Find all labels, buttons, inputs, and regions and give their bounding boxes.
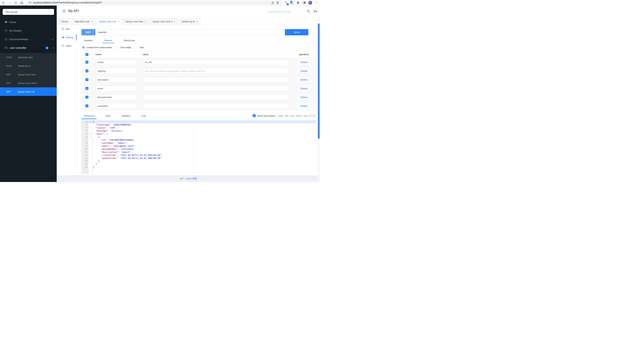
radio-icon[interactable] [136, 46, 138, 49]
param-value-input[interactable] [143, 68, 289, 74]
param-name-input[interactable] [95, 86, 137, 91]
profile-avatar[interactable]: P [308, 1, 312, 5]
row-checkbox[interactable] [86, 61, 88, 64]
response-tab-response[interactable]: Response [84, 112, 95, 119]
browser-menu-icon[interactable] [315, 1, 318, 4]
body-type-x-www-form-urlencoded[interactable]: x-www-form-urlencoded [82, 46, 112, 49]
group-select[interactable]: Test Group [3, 9, 54, 15]
select-all-checkbox[interactable] [86, 53, 88, 56]
tab-query-user-list[interactable]: Query User List× [96, 18, 122, 25]
token-p [93, 157, 101, 160]
param-name-input[interactable] [95, 68, 137, 74]
tool-open[interactable]: Open [57, 42, 76, 50]
endpoint-query-user-one-2[interactable]: GETQuery User One 2 [0, 79, 57, 87]
sidebar-item-documenthelper[interactable]: DocumentHelper [0, 35, 57, 44]
scrollbar-thumb[interactable] [318, 24, 320, 139]
address-bar[interactable]: localhost:8080/doc.html#/Test%20Group/us… [26, 0, 282, 5]
menu-fold-icon[interactable] [62, 10, 66, 13]
fold-toggle-icon[interactable]: ▾ [89, 136, 92, 138]
param-value-input[interactable] [143, 103, 289, 109]
endpoint-query-user-list[interactable]: GETQuery User List [0, 87, 57, 96]
tab-home[interactable]: Home [59, 18, 71, 25]
sidebar-item-my-models[interactable]: My Models [0, 26, 57, 35]
delete-link[interactable]: Delete [300, 61, 307, 64]
close-icon[interactable]: × [196, 20, 198, 23]
tab-query-user-one-2[interactable]: Query User One 2× [150, 18, 178, 25]
endpoint-add-edit-user[interactable]: POSTAdd-Edit User [0, 53, 57, 62]
body-type-form-data[interactable]: form-data [116, 46, 131, 49]
param-value-input[interactable] [143, 59, 289, 65]
param-value-input[interactable] [143, 86, 289, 91]
fold-toggle-icon[interactable]: ▾ [89, 132, 92, 136]
extension-loop-icon[interactable]: 0 [284, 1, 288, 4]
translate-icon[interactable]: G文 [290, 1, 294, 4]
show-description-checkbox[interactable] [253, 114, 256, 117]
extensions-puzzle-icon[interactable] [296, 1, 300, 4]
row-checkbox[interactable] [86, 96, 88, 98]
close-icon[interactable]: × [145, 20, 146, 23]
param-name-input[interactable] [95, 103, 137, 109]
code-line-8: 8 "userName": "pdai2", [81, 142, 317, 144]
svg-text:API: API [6, 47, 7, 48]
request-tab-afterscript[interactable]: AfterScript [124, 38, 135, 43]
open-file-icon [62, 44, 64, 48]
site-info-icon[interactable] [28, 1, 32, 4]
footer: MIT | Java 全栈 [57, 175, 320, 182]
request-tab-params[interactable]: Params [104, 38, 113, 43]
tool-debug[interactable]: Debug [57, 33, 76, 42]
back-icon[interactable] [2, 1, 5, 4]
url-text[interactable]: localhost:8080/doc.html#/Test%20Group/us… [33, 2, 102, 4]
side-panel-icon[interactable] [302, 1, 306, 4]
tool-label: Debug [66, 36, 73, 39]
delete-link[interactable]: Delete [300, 96, 307, 98]
forward-icon[interactable] [8, 1, 12, 4]
method-label[interactable]: GET [81, 29, 95, 35]
delete-link[interactable]: Delete [300, 87, 307, 90]
search-icon[interactable] [307, 10, 310, 13]
response-tab-curl[interactable]: Curl [141, 112, 146, 119]
language-switch[interactable]: EN [314, 10, 317, 13]
param-name-input[interactable] [95, 94, 137, 100]
endpoint-delete-by-id[interactable]: POSTDelete by id [0, 62, 57, 70]
param-value-input[interactable] [143, 77, 289, 82]
fold-toggle-icon[interactable]: ▾ [89, 120, 92, 123]
footer-link[interactable]: Java 全栈 [186, 177, 197, 180]
sidebar-item-home[interactable]: Home [0, 18, 57, 26]
reload-icon[interactable] [14, 1, 18, 4]
radio-icon[interactable] [116, 46, 119, 49]
row-checkbox[interactable] [86, 78, 88, 81]
close-icon[interactable]: × [174, 20, 175, 23]
tab-delete-by-id[interactable]: Delete by id× [179, 18, 200, 25]
delete-link[interactable]: Delete [300, 78, 307, 81]
radio-icon[interactable] [82, 46, 85, 49]
response-tab-headers[interactable]: Headers [121, 112, 131, 119]
endpoint-query-user-one[interactable]: GETQuery User One [0, 70, 57, 79]
home-nav-icon[interactable] [20, 1, 24, 4]
share-icon[interactable] [271, 1, 274, 4]
bookmark-star-icon[interactable] [276, 1, 279, 4]
request-tab-headers[interactable]: Headers [84, 38, 93, 43]
tab-add-edit-user[interactable]: Add-Edit User× [72, 18, 96, 25]
name-cell [92, 66, 140, 75]
request-url-input[interactable] [95, 29, 285, 35]
delete-link[interactable]: Delete [300, 70, 307, 72]
row-checkbox[interactable] [86, 87, 88, 90]
response-tab-raw[interactable]: Raw [106, 112, 111, 119]
body-type-raw[interactable]: raw [136, 46, 144, 49]
delete-link[interactable]: Delete [300, 105, 307, 107]
tool-doc[interactable]: Doc [57, 25, 76, 33]
sidebar-item-user-controller[interactable]: APIuser-controller5 [0, 44, 57, 52]
group-select-value: Test Group [5, 10, 17, 14]
response-json-editor[interactable]: 1▾{2 "timestamp": 1649159088782,3 "statu… [81, 120, 317, 174]
tab-query-user-one[interactable]: Query User One× [123, 18, 149, 25]
row-checkbox[interactable] [86, 70, 88, 72]
param-name-input[interactable] [95, 77, 137, 82]
body-type-radios: x-www-form-urlencodedform-dataraw [82, 45, 144, 50]
param-value-input[interactable] [143, 94, 289, 100]
close-icon[interactable]: × [91, 20, 93, 23]
row-checkbox[interactable] [86, 104, 88, 107]
param-name-input[interactable] [95, 59, 137, 65]
search-input[interactable] [269, 10, 300, 14]
send-button[interactable]: Send [285, 29, 308, 35]
close-icon[interactable]: × [118, 20, 119, 23]
